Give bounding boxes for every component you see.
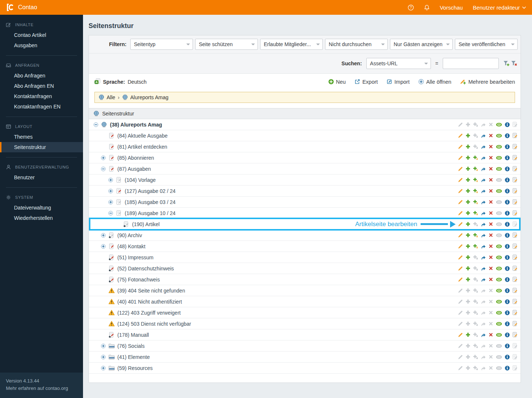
tree-row[interactable]: (75) Fotonachweis: [89, 274, 521, 285]
tree-row[interactable]: (104) Vorlage: [89, 174, 521, 186]
export-button[interactable]: Export: [355, 79, 378, 85]
expand-icon[interactable]: [101, 354, 106, 360]
delete-icon[interactable]: [488, 188, 493, 193]
edit-icon[interactable]: [458, 233, 463, 238]
edit-articles-icon[interactable]: [512, 277, 518, 282]
delete-icon[interactable]: [488, 277, 493, 282]
tree-row[interactable]: (76) Socials: [89, 340, 521, 352]
visibility-icon[interactable]: [496, 189, 502, 193]
copy-icon[interactable]: [466, 166, 470, 171]
tree-row[interactable]: (48) Kontakt: [89, 241, 521, 252]
brand[interactable]: Contao: [6, 3, 37, 12]
tree-row[interactable]: (124) 503 Dienst nicht verfügbar: [89, 318, 521, 329]
move-icon[interactable]: [481, 188, 486, 194]
tree-row[interactable]: (190) Artikel Artikelseite bearbeiten: [89, 219, 521, 230]
help-button[interactable]: ?: [408, 4, 414, 11]
visibility-icon[interactable]: [496, 244, 502, 249]
info-icon[interactable]: [505, 277, 510, 282]
move-icon[interactable]: [481, 266, 486, 271]
sidebar-item-ausgaben[interactable]: Ausgaben: [0, 40, 83, 51]
tree-row[interactable]: (178) Manuall: [89, 329, 521, 340]
copy-icon[interactable]: [466, 233, 470, 238]
tree-row[interactable]: (185) Ausgabe 03 / 24: [89, 197, 521, 208]
edit-articles-icon[interactable]: [512, 166, 518, 172]
info-icon[interactable]: [505, 233, 510, 238]
delete-icon[interactable]: [488, 144, 493, 149]
user-menu[interactable]: Benutzer redakteur: [473, 4, 526, 11]
move-icon[interactable]: [481, 233, 486, 238]
edit-articles-icon[interactable]: [512, 332, 518, 338]
breadcrumb-item-alle[interactable]: Alle: [99, 94, 115, 100]
move-icon[interactable]: [481, 177, 486, 183]
visibility-icon[interactable]: [496, 167, 502, 171]
alle-oeffnen-button[interactable]: Alle öffnen: [418, 79, 451, 85]
info-icon[interactable]: [505, 177, 510, 183]
delete-icon[interactable]: [488, 177, 493, 182]
edit-articles-icon[interactable]: [512, 188, 518, 194]
visibility-icon[interactable]: [496, 255, 502, 260]
edit-articles-icon[interactable]: [512, 133, 518, 138]
copy-children-icon[interactable]: [473, 188, 478, 194]
move-icon[interactable]: [481, 244, 486, 249]
neu-button[interactable]: Neu: [328, 79, 346, 85]
edit-icon[interactable]: [458, 188, 463, 194]
tree-row[interactable]: (87) Ausgaben: [89, 163, 521, 174]
tree-row[interactable]: (122) 403 Zugriff verweigert: [89, 307, 521, 318]
visibility-icon[interactable]: [496, 122, 502, 127]
visibility-icon[interactable]: [496, 333, 502, 337]
expand-icon[interactable]: [101, 244, 106, 249]
info-icon[interactable]: [505, 133, 510, 138]
tree-row[interactable]: (90) Archiv: [89, 230, 521, 241]
info-icon[interactable]: [505, 310, 510, 315]
copy-icon[interactable]: [466, 188, 470, 193]
info-icon[interactable]: [505, 144, 510, 149]
breadcrumb-item-alureports-amag[interactable]: Alureports Amag: [122, 94, 169, 100]
delete-icon[interactable]: [488, 233, 493, 238]
sidebar-section-header-benutzerverwaltung[interactable]: BENUTZERVERWALTUNG: [0, 162, 83, 172]
move-icon[interactable]: [481, 133, 486, 138]
filter-select-nur-gaesten-anzeigen[interactable]: Nur Gästen anzeigen: [390, 39, 453, 50]
edit-icon[interactable]: [458, 277, 463, 282]
edit-icon[interactable]: [458, 332, 463, 338]
edit-articles-icon[interactable]: [512, 288, 518, 293]
sidebar-item-dateiverwaltung[interactable]: Dateiverwaltung: [0, 203, 83, 213]
copy-icon[interactable]: [466, 133, 470, 138]
sidebar-item-seitenstruktur[interactable]: Seitenstruktur: [0, 142, 83, 152]
info-icon[interactable]: [505, 211, 510, 216]
import-button[interactable]: Import: [387, 79, 410, 85]
info-icon[interactable]: [505, 222, 510, 227]
sidebar-item-contao-artikel[interactable]: Contao Artikel: [0, 30, 83, 40]
filter-select-seite-veroeffentlichen[interactable]: Seite veröffentlichen: [455, 39, 518, 50]
move-icon[interactable]: [481, 332, 486, 338]
edit-icon[interactable]: [458, 266, 463, 271]
delete-icon[interactable]: [488, 332, 493, 337]
move-icon[interactable]: [481, 255, 486, 260]
filter-select-seite-schuetzen[interactable]: Seite schützen: [195, 39, 258, 50]
sidebar-item-benutzer[interactable]: Benutzer: [0, 172, 83, 183]
copy-children-icon[interactable]: [473, 155, 478, 160]
mehrere-bearbeiten-button[interactable]: Mehrere bearbeiten: [460, 79, 515, 85]
delete-icon[interactable]: [488, 244, 493, 249]
edit-icon[interactable]: [458, 155, 463, 160]
info-icon[interactable]: [505, 299, 510, 304]
move-icon[interactable]: [481, 200, 486, 205]
visibility-icon[interactable]: [496, 300, 502, 304]
edit-icon[interactable]: [458, 200, 463, 205]
info-icon[interactable]: [505, 266, 510, 271]
edit-articles-icon[interactable]: [512, 255, 518, 260]
edit-icon[interactable]: [458, 255, 463, 260]
edit-articles-icon[interactable]: [512, 144, 518, 149]
info-icon[interactable]: [505, 188, 510, 194]
edit-icon[interactable]: [458, 133, 463, 138]
edit-icon[interactable]: [458, 222, 463, 227]
sidebar-section-header-layout[interactable]: LAYOUT: [0, 122, 83, 132]
copy-children-icon[interactable]: [473, 233, 478, 238]
delete-icon[interactable]: [488, 200, 493, 204]
delete-icon[interactable]: [488, 166, 493, 171]
tree-row[interactable]: (51) Impressum: [89, 252, 521, 263]
visibility-icon[interactable]: [496, 145, 502, 149]
learn-more-link[interactable]: Mehr erfahren auf contao.org: [6, 385, 77, 392]
edit-articles-icon[interactable]: [512, 310, 518, 315]
expand-icon[interactable]: [108, 200, 113, 205]
edit-icon[interactable]: [458, 166, 463, 172]
